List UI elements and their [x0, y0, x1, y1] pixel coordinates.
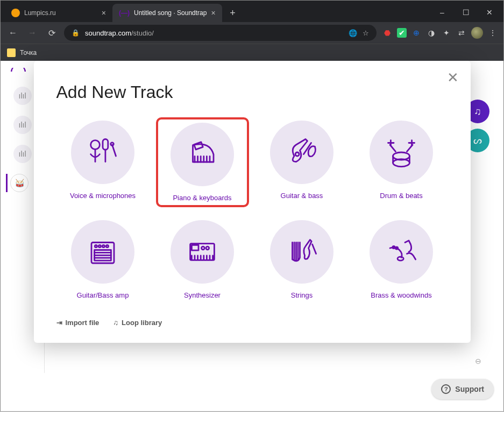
window-close[interactable]: ✕	[478, 5, 501, 20]
extension-icon[interactable]: ⬣	[382, 27, 393, 38]
loop-label: Loop library	[122, 319, 162, 327]
guitar-icon	[270, 121, 333, 184]
window-maximize[interactable]: ☐	[454, 5, 478, 20]
bookmarks-bar: Точка	[1, 44, 503, 61]
svg-point-28	[98, 245, 101, 247]
toolbar: ← → ⟳ 🔒 soundtrap.com/studio/ 🌐 ☆ ⬣ ✔ ⊕ …	[1, 22, 503, 44]
new-tab-button[interactable]: +	[225, 5, 240, 20]
tab-lumpics[interactable]: Lumpics.ru ×	[5, 4, 112, 22]
svg-point-29	[102, 245, 104, 247]
svg-point-36	[202, 246, 205, 250]
page-content: (—) ılıl ılıl ılıl 🥁 ♫ ᔕ ⊖ ✕ Add New Tra…	[1, 61, 503, 411]
address-bar[interactable]: 🔒 soundtrap.com/studio/ 🌐 ☆	[64, 25, 377, 41]
svg-line-49	[313, 244, 316, 254]
tab-close-icon[interactable]: ×	[211, 9, 215, 17]
modal-footer: ⇥ Import file ♫ Loop library	[56, 319, 448, 327]
menu-button[interactable]: ⋮	[487, 27, 498, 38]
tile-label: Guitar/Bass amp	[77, 291, 129, 299]
import-label: Import file	[66, 319, 100, 327]
back-button[interactable]: ←	[6, 26, 20, 40]
window-minimize[interactable]: –	[430, 5, 454, 20]
loop-icon: ♫	[113, 319, 118, 327]
url-path: /studio/	[131, 29, 154, 37]
svg-point-30	[106, 245, 108, 247]
svg-point-37	[206, 246, 209, 250]
svg-point-13	[295, 152, 299, 156]
tab-favicon-text: (—)	[119, 9, 130, 17]
url-domain: soundtrap.com	[85, 29, 131, 37]
tab-title: Untitled song · Soundtrap	[134, 9, 207, 17]
import-icon: ⇥	[56, 319, 62, 327]
lock-icon: 🔒	[72, 29, 80, 37]
tab-title: Lumpics.ru	[24, 9, 56, 17]
extension-icon[interactable]: ✦	[441, 27, 452, 38]
instrument-tile-guitar[interactable]: Guitar & bass	[255, 117, 349, 207]
add-track-modal: ✕ Add New Track Voice & microphonesPiano…	[34, 61, 471, 343]
extension-icon[interactable]: ◑	[426, 27, 437, 38]
svg-rect-12	[194, 142, 203, 150]
brass-icon	[370, 220, 433, 284]
loop-library-link[interactable]: ♫ Loop library	[113, 319, 162, 327]
tile-label: Synthesizer	[184, 291, 221, 299]
instrument-grid: Voice & microphonesPiano & keyboardsGuit…	[56, 117, 448, 302]
support-label: Support	[455, 385, 484, 393]
tab-favicon	[11, 9, 20, 17]
bookmark-folder-icon	[7, 48, 16, 57]
mic-icon	[71, 121, 134, 184]
help-icon: ?	[441, 384, 451, 394]
translate-icon[interactable]: 🌐	[349, 29, 357, 37]
profile-avatar[interactable]	[471, 27, 483, 39]
amp-icon	[71, 220, 134, 284]
piano-icon	[171, 123, 234, 186]
instrument-tile-strings[interactable]: Strings	[255, 217, 349, 302]
extension-icon[interactable]: ⊕	[411, 27, 422, 38]
extension-icon[interactable]: ✔	[397, 28, 407, 38]
svg-point-50	[397, 257, 403, 260]
tab-soundtrap[interactable]: (—) Untitled song · Soundtrap ×	[112, 4, 222, 22]
tile-label: Voice & microphones	[70, 192, 136, 200]
strings-icon	[270, 220, 333, 284]
extensions: ⬣ ✔ ⊕ ◑ ✦ ⇄ ⋮	[382, 27, 498, 39]
svg-rect-2	[103, 139, 108, 150]
tab-bar: Lumpics.ru × (—) Untitled song · Soundtr…	[1, 1, 503, 22]
extension-icon[interactable]: ⇄	[456, 27, 467, 38]
import-file-link[interactable]: ⇥ Import file	[56, 319, 100, 327]
tile-label: Strings	[291, 291, 313, 299]
instrument-tile-synth[interactable]: Synthesizer	[156, 217, 249, 302]
reload-button[interactable]: ⟳	[45, 26, 59, 40]
tile-label: Guitar & bass	[281, 192, 323, 200]
svg-point-5	[111, 143, 114, 146]
instrument-tile-amp[interactable]: Guitar/Bass amp	[56, 217, 150, 302]
modal-overlay: ✕ Add New Track Voice & microphonesPiano…	[1, 61, 503, 411]
forward-button[interactable]: →	[25, 26, 39, 40]
svg-rect-35	[191, 245, 198, 250]
synth-icon	[171, 220, 234, 284]
instrument-tile-brass[interactable]: Brass & woodwinds	[355, 217, 448, 302]
instrument-tile-drums[interactable]: Drum & beats	[355, 117, 448, 207]
tab-close-icon[interactable]: ×	[102, 9, 106, 17]
tile-label: Piano & keyboards	[173, 194, 231, 202]
tile-label: Brass & woodwinds	[371, 291, 431, 299]
drums-icon	[370, 121, 433, 184]
modal-close-button[interactable]: ✕	[447, 69, 459, 86]
svg-line-4	[112, 145, 116, 156]
svg-point-27	[95, 245, 97, 247]
tile-label: Drum & beats	[380, 192, 422, 200]
svg-point-0	[91, 140, 100, 150]
star-icon[interactable]: ☆	[363, 29, 369, 37]
instrument-tile-piano[interactable]: Piano & keyboards	[156, 117, 249, 207]
modal-title: Add New Track	[56, 82, 448, 102]
instrument-tile-mic[interactable]: Voice & microphones	[56, 117, 150, 207]
bookmark-label[interactable]: Точка	[20, 49, 37, 57]
support-button[interactable]: ? Support	[431, 379, 494, 399]
